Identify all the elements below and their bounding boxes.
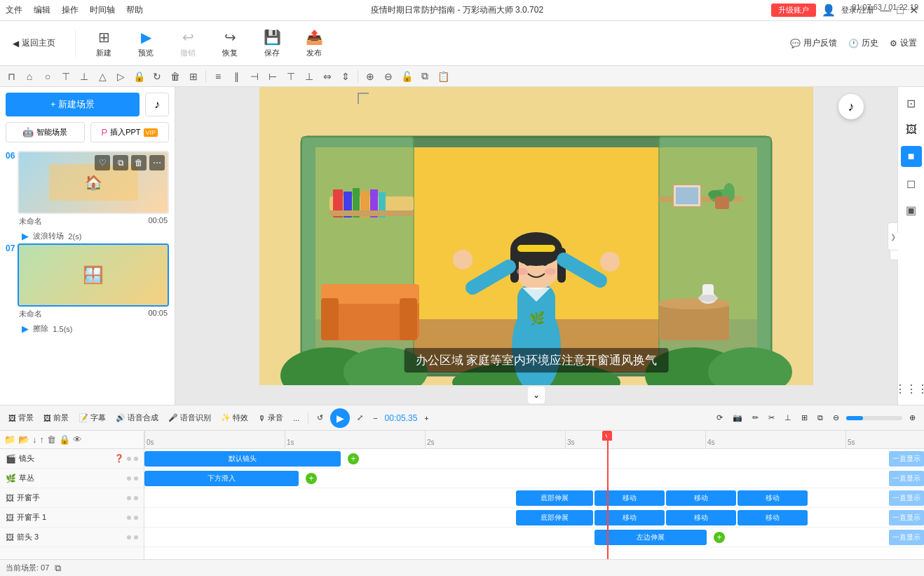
hdist-btn[interactable]: ⇔: [319, 68, 336, 85]
smart-scene-button[interactable]: 🤖 智能场景: [6, 122, 85, 142]
upgrade-button[interactable]: 升级账户: [771, 4, 816, 17]
align-bottom-btn[interactable]: ⊥: [76, 68, 93, 85]
back-home-button[interactable]: ◀ 返回主页: [7, 34, 61, 52]
scene-heart-btn-06[interactable]: ♡: [95, 155, 110, 170]
scene-item-07[interactable]: 🪟 未命名 00:05 ▶ 擦除 1.5(s): [18, 243, 169, 336]
tl-duplicate-btn[interactable]: ⧉: [815, 412, 826, 424]
tl-plus2-btn[interactable]: ⊕: [906, 412, 918, 424]
add-btn-camera[interactable]: +: [348, 453, 359, 464]
user-icon[interactable]: 👤: [822, 4, 836, 17]
layer-dot-hand1-2[interactable]: [134, 516, 138, 520]
hline-btn[interactable]: ≡: [210, 68, 226, 85]
menu-edit[interactable]: 编辑: [34, 4, 50, 16]
triangle-btn[interactable]: △: [94, 68, 111, 85]
music-button[interactable]: ♪: [145, 93, 169, 116]
vbottom-btn[interactable]: ⊥: [301, 68, 318, 85]
circle-btn[interactable]: ○: [39, 68, 56, 85]
rotate-btn[interactable]: ↻: [149, 68, 165, 85]
tl-edit-btn[interactable]: ✏: [749, 412, 761, 424]
rp-btn-2[interactable]: ■: [901, 146, 922, 167]
add-btn-grass[interactable]: +: [306, 473, 317, 484]
clip-hand1-move-2[interactable]: 移动: [666, 510, 736, 525]
vdist-btn[interactable]: ⇕: [337, 68, 354, 85]
new-button[interactable]: ⊞ 新建: [90, 29, 118, 58]
tl-more-btn[interactable]: ...: [290, 413, 302, 424]
insert-ppt-button[interactable]: P 插入PPT VIP: [90, 122, 170, 142]
tl-merge-btn[interactable]: ⊞: [799, 412, 810, 424]
tl-prev-btn[interactable]: 🖼 前景: [41, 411, 72, 424]
canvas-music-btn[interactable]: ♪: [838, 94, 864, 119]
layer-dot-arrow-1[interactable]: [127, 535, 131, 540]
clip-hand1-move-3[interactable]: 移动: [738, 510, 808, 525]
tl-folder-icon[interactable]: 📁: [4, 434, 15, 445]
save-button[interactable]: 💾 保存: [258, 29, 286, 58]
play-small-btn[interactable]: ▷: [112, 68, 129, 85]
layer-dot-hand-2[interactable]: [134, 496, 138, 500]
layer-dot-arrow-2[interactable]: [134, 535, 138, 540]
tl-loop-btn[interactable]: ⟳: [714, 412, 726, 424]
rp-btn-4[interactable]: ▣: [901, 199, 922, 220]
copy-btn[interactable]: ⧉: [416, 68, 433, 85]
rp-btn-3[interactable]: ◻: [901, 173, 922, 194]
tl-reset-btn[interactable]: ↺: [314, 412, 326, 424]
tl-minus2-btn[interactable]: ⊖: [830, 412, 842, 424]
home-btn[interactable]: ⌂: [21, 68, 38, 85]
tl-play-button[interactable]: ▶: [330, 408, 350, 428]
layer-dot-cam-1[interactable]: [127, 457, 131, 461]
clip-hand-move-3[interactable]: 移动: [738, 490, 808, 506]
tl-add-folder-icon[interactable]: 📂: [18, 434, 29, 445]
delete-btn[interactable]: 🗑: [167, 68, 184, 85]
layer-question-icon[interactable]: ❓: [114, 454, 124, 463]
canvas-collapse-btn[interactable]: ❯: [888, 222, 897, 250]
tl-effect-btn[interactable]: ✨ 特效: [218, 411, 251, 424]
tl-tts-btn[interactable]: 🔊 语音合成: [113, 411, 161, 424]
tl-bg-btn[interactable]: 🖼 背景: [6, 411, 36, 424]
layer-dot-hand-1[interactable]: [127, 496, 131, 500]
scene-del-btn-06[interactable]: 🗑: [131, 155, 147, 170]
menu-timeline[interactable]: 时间轴: [90, 4, 115, 16]
tl-trash-icon[interactable]: 🗑: [47, 434, 56, 445]
lock-btn[interactable]: 🔒: [130, 68, 147, 85]
scene-item-06[interactable]: 🏠 ♡ ⧉ 🗑 ⋯ 未命名 00:05 ▶: [18, 151, 169, 243]
add-btn-arrow[interactable]: +: [714, 532, 725, 543]
redo-button[interactable]: ↪ 恢复: [216, 29, 244, 58]
preview-button[interactable]: ▶ 预览: [132, 29, 160, 58]
rp-btn-0[interactable]: ⊡: [901, 93, 922, 114]
paste-btn[interactable]: 📋: [435, 68, 451, 85]
clip-hand-stretch[interactable]: 底部伸展: [516, 490, 593, 506]
clip-default-camera[interactable]: 默认镜头: [144, 451, 341, 467]
undo-button[interactable]: ↩ 撤销: [174, 29, 202, 58]
tl-camera-btn[interactable]: 📷: [730, 412, 745, 424]
clip-hand1-stretch[interactable]: 底部伸展: [516, 510, 593, 525]
clip-arrow-stretch[interactable]: 左边伸展: [595, 530, 707, 545]
menu-operate[interactable]: 操作: [62, 4, 79, 16]
rp-btn-5[interactable]: ⋮⋮⋮: [901, 378, 922, 399]
vline-btn[interactable]: ∥: [228, 68, 245, 85]
rp-btn-1[interactable]: 🖼: [901, 119, 922, 140]
lock2-btn[interactable]: 🔓: [398, 68, 415, 85]
tl-minus-btn[interactable]: −: [370, 413, 380, 424]
layer-dot-hand1-1[interactable]: [127, 516, 131, 520]
layer-dot-grass-1[interactable]: [127, 476, 131, 481]
hright-btn[interactable]: ⊢: [264, 68, 281, 85]
new-scene-button[interactable]: + 新建场景: [6, 93, 140, 116]
hleft-btn[interactable]: ⊣: [246, 68, 263, 85]
align-left-btn[interactable]: ⊓: [3, 68, 20, 85]
history-button[interactable]: 🕐 历史: [848, 37, 878, 49]
clip-hand-move-2[interactable]: 移动: [666, 490, 736, 506]
zoom-in-btn[interactable]: ⊕: [362, 68, 379, 85]
layer-dot-grass-2[interactable]: [134, 476, 138, 481]
tl-split-btn[interactable]: ⊥: [782, 412, 794, 424]
scene-more-btn-06[interactable]: ⋯: [149, 155, 165, 170]
scene-copy-btn-06[interactable]: ⧉: [113, 155, 128, 170]
layer-dot-cam-2[interactable]: [134, 457, 138, 461]
tl-asr-btn[interactable]: 🎤 语音识别: [165, 411, 214, 424]
tl-up-icon[interactable]: ↑: [40, 434, 45, 445]
scene-duplicate-icon[interactable]: ⧉: [55, 563, 61, 574]
menu-file[interactable]: 文件: [6, 4, 22, 16]
tl-record-btn[interactable]: 🎙 录音: [255, 411, 286, 424]
vtop-btn[interactable]: ⊤: [283, 68, 299, 85]
zoom-out-btn[interactable]: ⊖: [380, 68, 397, 85]
clip-grass[interactable]: 下方滑入: [144, 471, 299, 486]
menu-help[interactable]: 帮助: [126, 4, 143, 16]
